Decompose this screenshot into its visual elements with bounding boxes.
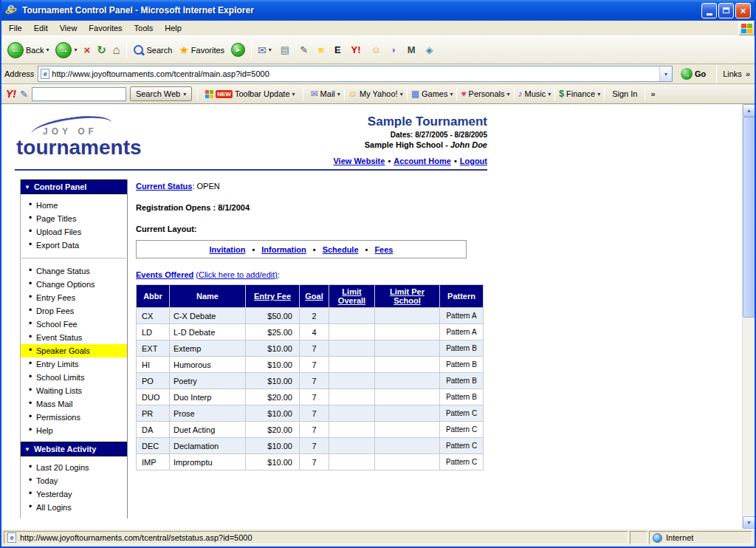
sidebar-item-speaker-goals[interactable]: •Speaker Goals (21, 344, 127, 357)
messenger-button[interactable]: ☺ (368, 43, 384, 57)
forward-dropdown-icon[interactable]: ▾ (74, 47, 77, 53)
scroll-down-button[interactable]: ▼ (743, 516, 755, 529)
search-button[interactable]: Search (130, 43, 176, 58)
sidebar-item-export-data[interactable]: •Export Data (21, 239, 127, 252)
print-button[interactable]: ▤ (278, 43, 292, 57)
media-button[interactable]: ▸ (228, 41, 248, 58)
events-table-header-row: AbbrNameEntry FeeGoalLimit OverallLimit … (137, 285, 484, 308)
grid-cell (205, 90, 209, 94)
menu-favorites[interactable]: Favorites (83, 21, 128, 35)
sidebar-item-change-status[interactable]: •Change Status (21, 264, 127, 278)
header-nav-view-website[interactable]: View Website (333, 157, 385, 165)
stop-button[interactable]: × (81, 42, 94, 58)
forward-button[interactable]: → ▾ (52, 41, 80, 60)
sidebar-item-home[interactable]: •Home (21, 199, 127, 212)
sidebar-item-school-fee[interactable]: •School Fee (21, 318, 127, 331)
back-button[interactable]: ← Back ▾ (4, 41, 52, 60)
events-add-edit-link[interactable]: (Click here to add/edit) (196, 270, 278, 279)
mail-dropdown-icon[interactable]: ▾ (269, 47, 272, 53)
links-label[interactable]: Links (723, 69, 742, 78)
menu-edit[interactable]: Edit (28, 21, 54, 35)
layout-link-schedule[interactable]: Schedule (323, 245, 359, 254)
sidebar-item-all-logins[interactable]: •All Logins (21, 501, 127, 514)
sidebar-item-mass-mail[interactable]: •Mass Mail (21, 397, 127, 411)
yahoo-item-games[interactable]: ▦Games▾ (409, 89, 456, 99)
pencil-icon[interactable]: ✎ (20, 89, 28, 100)
sidebar-item-page-titles[interactable]: •Page Titles (21, 212, 127, 225)
menu-tools[interactable]: Tools (128, 21, 159, 35)
toolbar-update-item[interactable]: NEW Toolbar Update ▾ (203, 89, 297, 98)
column-header-limit-per-school[interactable]: Limit Per School (375, 285, 440, 308)
sidebar-item-label: School Fee (36, 320, 78, 329)
yahoo-item-personals[interactable]: ♥Personals▾ (458, 89, 512, 99)
back-dropdown-icon[interactable]: ▾ (46, 47, 49, 53)
header-nav-account-home[interactable]: Account Home (394, 157, 451, 165)
go-button[interactable]: → Go (676, 66, 710, 81)
links-chevron-icon[interactable]: » (746, 69, 750, 78)
yahoo-button[interactable]: Y! (348, 43, 364, 57)
mail-button[interactable]: ✉▾ (255, 43, 275, 58)
scroll-up-button[interactable]: ▲ (743, 104, 755, 117)
dropdown-icon: ▾ (507, 91, 510, 97)
column-header-limit-overall[interactable]: Limit Overall (329, 285, 375, 308)
sidebar-item-entry-fees[interactable]: •Entry Fees (21, 291, 127, 304)
vertical-scrollbar[interactable]: ▲ ▼ (742, 104, 755, 529)
yahoo-item-mail[interactable]: ✉Mail▾ (309, 89, 343, 99)
column-header-goal[interactable]: Goal (300, 285, 329, 308)
header-nav-logout[interactable]: Logout (460, 157, 487, 165)
sidebar-item-last-20-logins[interactable]: •Last 20 Logins (21, 461, 127, 474)
yahoo-search-input[interactable] (32, 87, 126, 101)
sidebar-item-permissions[interactable]: •Permissions (21, 411, 127, 424)
new-badge: NEW (216, 90, 233, 98)
layout-link-information[interactable]: Information (261, 245, 306, 254)
scroll-thumb[interactable] (743, 117, 755, 318)
minimize-button[interactable] (701, 3, 717, 18)
toolbar-update-dropdown-icon[interactable]: ▾ (292, 91, 295, 97)
events-offered-link[interactable]: Events Offered (136, 270, 193, 279)
sidebar-item-yesterday[interactable]: •Yesterday (21, 487, 127, 501)
sidebar-item-waiting-lists[interactable]: •Waiting Lists (21, 384, 127, 397)
euro-button[interactable]: E (331, 43, 344, 57)
search-web-button[interactable]: Search Web▾ (130, 86, 192, 101)
layout-link-fees[interactable]: Fees (374, 245, 393, 254)
search-web-dropdown-icon[interactable]: ▾ (183, 91, 186, 97)
menu-help[interactable]: Help (159, 21, 188, 35)
sidebar-item-upload-files[interactable]: •Upload Files (21, 225, 127, 239)
address-input[interactable] (52, 67, 657, 81)
edit-button[interactable]: ✎ (297, 43, 311, 57)
chat-button[interactable]: ◗ (388, 43, 400, 57)
sidebar-item-change-options[interactable]: •Change Options (21, 278, 127, 291)
yahoo-item-my-yahoo[interactable]: ☺My Yahoo!▾ (346, 89, 405, 99)
website-activity-header[interactable]: ▼ Website Activity (21, 442, 127, 456)
refresh-button[interactable]: ↻ (94, 42, 109, 58)
column-header-entry-fee[interactable]: Entry Fee (246, 285, 300, 308)
note-button[interactable]: ■ (315, 43, 327, 57)
mail-icon: ✉ (311, 89, 318, 99)
control-panel-header[interactable]: ▼ Control Panel (21, 179, 127, 194)
toolbar-separator (251, 41, 252, 59)
title-bar[interactable]: e Tournament Control Panel - Microsoft I… (1, 0, 755, 21)
sidebar-item-entry-limits[interactable]: •Entry Limits (21, 357, 127, 371)
yahoo-item-finance[interactable]: $Finance▾ (557, 89, 602, 99)
events-colon: : (278, 270, 280, 279)
menu-file[interactable]: File (3, 21, 28, 35)
sidebar-item-today[interactable]: •Today (21, 474, 127, 487)
table-row: DADuet Acting$20.007Pattern C (137, 422, 484, 438)
yahoo-overflow-chevron-icon[interactable]: » (650, 89, 655, 98)
sidebar-item-school-limits[interactable]: •School Limits (21, 371, 127, 384)
sign-in-item[interactable]: Sign In (610, 89, 639, 98)
sidebar-item-event-status[interactable]: •Event Status (21, 331, 127, 344)
menu-view[interactable]: View (54, 21, 83, 35)
close-button[interactable]: × (735, 3, 751, 18)
yahoo-item-music[interactable]: ♪Music▾ (516, 89, 554, 99)
sidebar-item-drop-fees[interactable]: •Drop Fees (21, 304, 127, 318)
home-button[interactable]: ⌂ (110, 42, 123, 58)
tools-button[interactable]: ◈ (423, 43, 436, 57)
sidebar-item-help[interactable]: •Help (21, 424, 127, 437)
address-dropdown-button[interactable]: ▾ (659, 66, 672, 81)
current-status-link[interactable]: Current Status (136, 182, 192, 191)
maximize-button[interactable] (718, 3, 734, 18)
layout-link-invitation[interactable]: Invitation (210, 245, 246, 254)
msn-button[interactable]: M (405, 43, 419, 57)
favorites-button[interactable]: ★Favorites (176, 42, 227, 58)
